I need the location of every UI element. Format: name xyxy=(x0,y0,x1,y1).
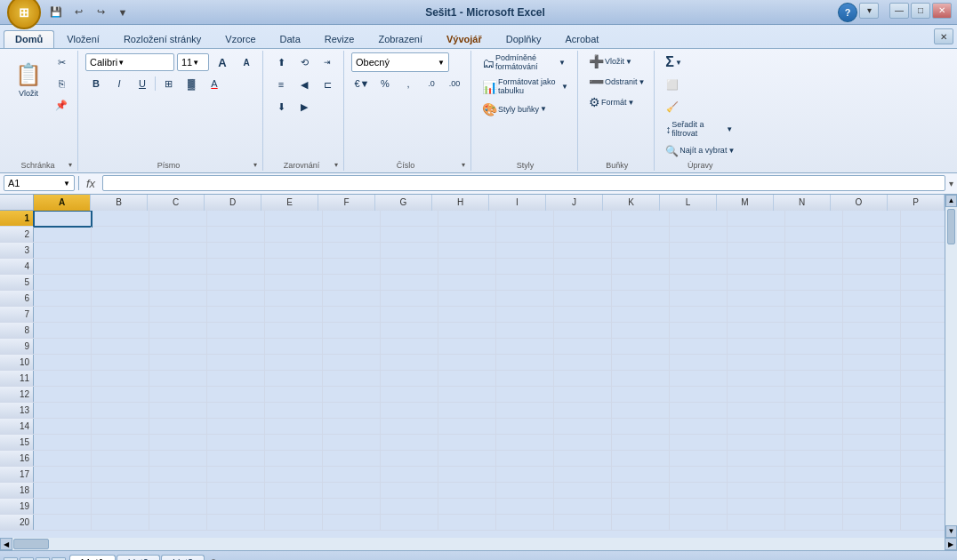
cell-G1[interactable] xyxy=(381,211,438,227)
scroll-right-button[interactable]: ▶ xyxy=(945,538,957,550)
cell-O3[interactable] xyxy=(843,243,901,259)
cell-D14[interactable] xyxy=(207,419,265,435)
cell-L2[interactable] xyxy=(670,227,728,243)
row-header-19[interactable]: 19 xyxy=(0,499,34,514)
cell-A6[interactable] xyxy=(34,291,92,307)
col-header-d[interactable]: D xyxy=(205,195,261,211)
formula-expand-button[interactable]: ▾ xyxy=(949,179,953,188)
cell-C15[interactable] xyxy=(149,435,207,451)
cell-K10[interactable] xyxy=(612,355,670,371)
cell-H10[interactable] xyxy=(438,355,496,371)
percent-button[interactable]: % xyxy=(374,74,396,93)
cell-I1[interactable] xyxy=(496,211,554,227)
cell-K8[interactable] xyxy=(612,323,670,339)
cislo-arrow[interactable]: ▾ xyxy=(462,161,465,169)
sheet-tab-list2[interactable]: List2 xyxy=(117,555,160,560)
cell-P12[interactable] xyxy=(901,387,945,403)
cell-P18[interactable] xyxy=(901,483,945,499)
cell-A17[interactable] xyxy=(34,467,92,483)
cell-C5[interactable] xyxy=(149,275,207,291)
cell-L10[interactable] xyxy=(670,355,728,371)
font-name-dropdown[interactable]: Calibri ▼ xyxy=(85,53,174,71)
pismo-arrow[interactable]: ▾ xyxy=(253,161,257,169)
row-header-20[interactable]: 20 xyxy=(0,515,34,530)
cell-D9[interactable] xyxy=(207,339,265,355)
row-header-6[interactable]: 6 xyxy=(0,291,34,306)
cell-I8[interactable] xyxy=(496,323,554,339)
col-header-b[interactable]: B xyxy=(91,195,148,211)
cell-L20[interactable] xyxy=(670,515,728,531)
col-header-m[interactable]: M xyxy=(717,195,774,211)
cell-A3[interactable] xyxy=(34,243,92,259)
cell-O8[interactable] xyxy=(843,323,901,339)
cell-O20[interactable] xyxy=(843,515,901,531)
cell-D18[interactable] xyxy=(207,483,265,499)
cell-N16[interactable] xyxy=(785,451,843,467)
cell-J2[interactable] xyxy=(554,227,612,243)
cell-G8[interactable] xyxy=(381,323,438,339)
cell-C11[interactable] xyxy=(149,371,207,387)
cell-G9[interactable] xyxy=(381,339,438,355)
cell-N2[interactable] xyxy=(785,227,843,243)
fill-color-button[interactable]: ▓ xyxy=(181,74,202,93)
cell-M4[interactable] xyxy=(728,259,785,275)
cell-G17[interactable] xyxy=(381,467,438,483)
row-header-1[interactable]: 1 xyxy=(0,211,34,226)
scroll-track[interactable] xyxy=(945,207,957,525)
cell-O10[interactable] xyxy=(843,355,901,371)
cell-C17[interactable] xyxy=(149,467,207,483)
cell-J12[interactable] xyxy=(554,387,612,403)
cell-F6[interactable] xyxy=(323,291,381,307)
cell-G2[interactable] xyxy=(381,227,438,243)
decrease-indent-button[interactable]: ◀ xyxy=(294,75,315,94)
cell-J13[interactable] xyxy=(554,403,612,419)
cell-M16[interactable] xyxy=(728,451,785,467)
cell-K3[interactable] xyxy=(612,243,670,259)
cell-L8[interactable] xyxy=(670,323,728,339)
cell-N17[interactable] xyxy=(785,467,843,483)
cell-L19[interactable] xyxy=(670,499,728,515)
cell-D8[interactable] xyxy=(207,323,265,339)
app-minimize-button[interactable]: — xyxy=(889,3,909,19)
cell-H9[interactable] xyxy=(438,339,496,355)
office-button[interactable]: ⊞ xyxy=(7,0,41,29)
thousands-button[interactable]: , xyxy=(398,74,419,93)
cell-L16[interactable] xyxy=(670,451,728,467)
cell-A11[interactable] xyxy=(34,371,92,387)
cell-K7[interactable] xyxy=(612,307,670,323)
cell-O16[interactable] xyxy=(843,451,901,467)
undo-button[interactable]: ↩ xyxy=(68,3,88,22)
cell-P20[interactable] xyxy=(901,515,945,531)
col-header-k[interactable]: K xyxy=(603,195,660,211)
cell-N4[interactable] xyxy=(785,259,843,275)
cell-J20[interactable] xyxy=(554,515,612,531)
cell-O14[interactable] xyxy=(843,419,901,435)
cell-G3[interactable] xyxy=(381,243,438,259)
increase-indent-button[interactable]: ▶ xyxy=(294,97,315,116)
tab-revize[interactable]: Revize xyxy=(313,30,366,48)
cell-I14[interactable] xyxy=(496,419,554,435)
cell-H19[interactable] xyxy=(438,499,496,515)
cell-P9[interactable] xyxy=(901,339,945,355)
cell-E5[interactable] xyxy=(265,275,323,291)
cell-B1[interactable] xyxy=(92,211,149,227)
cell-F9[interactable] xyxy=(323,339,381,355)
select-all-button[interactable] xyxy=(0,195,34,211)
cell-I18[interactable] xyxy=(496,483,554,499)
cell-K17[interactable] xyxy=(612,467,670,483)
cell-J18[interactable] xyxy=(554,483,612,499)
cell-O11[interactable] xyxy=(843,371,901,387)
col-header-e[interactable]: E xyxy=(261,195,318,211)
cell-D12[interactable] xyxy=(207,387,265,403)
cell-H17[interactable] xyxy=(438,467,496,483)
cell-J6[interactable] xyxy=(554,291,612,307)
cell-J15[interactable] xyxy=(554,435,612,451)
cell-N20[interactable] xyxy=(785,515,843,531)
cell-A19[interactable] xyxy=(34,499,92,515)
cell-A14[interactable] xyxy=(34,419,92,435)
insert-button[interactable]: ➕ Vložit ▼ xyxy=(585,52,636,70)
cell-C16[interactable] xyxy=(149,451,207,467)
cell-O6[interactable] xyxy=(843,291,901,307)
bold-button[interactable]: B xyxy=(85,74,107,93)
col-header-j[interactable]: J xyxy=(546,195,603,211)
